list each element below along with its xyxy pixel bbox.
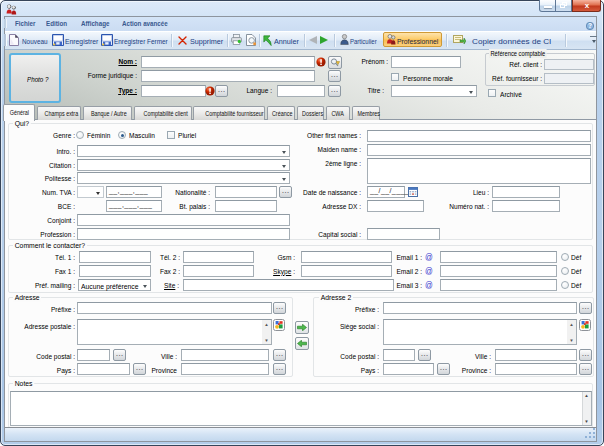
svg-text:?: ? bbox=[588, 22, 592, 29]
